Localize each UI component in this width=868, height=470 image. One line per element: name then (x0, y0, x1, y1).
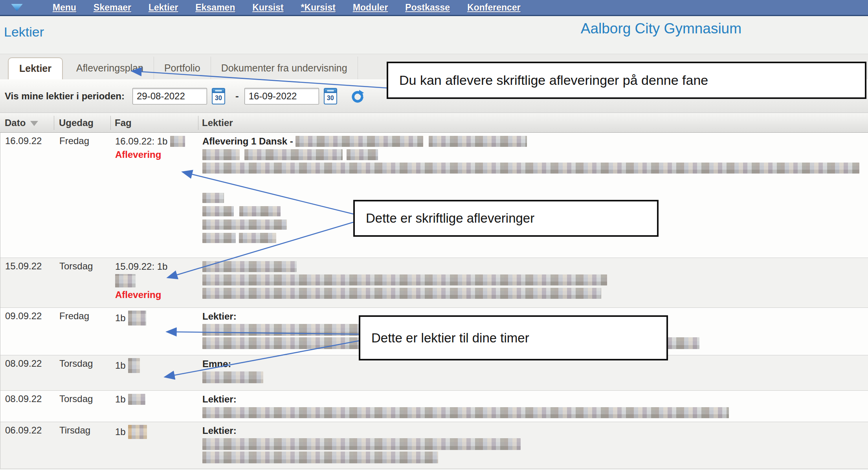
redacted-text (128, 425, 147, 439)
redacted-text (128, 358, 140, 373)
text-line: Lektier: (202, 393, 864, 405)
table-row[interactable]: 16.09.22Fredag16.09.22: 1b AfleveringAfl… (0, 133, 868, 258)
annotation-box-afleveringer-fane: Du kan aflevere skriftlige afleveringer … (387, 62, 866, 99)
annotation-box-lektier-timer: Dette er lektier til dine timer (359, 315, 668, 360)
lektier-page: MenuSkemaerLektierEksamenKursist*Kursist… (0, 0, 868, 470)
cell-ugedag: Tirsdag (59, 425, 90, 436)
nav-item-moduler[interactable]: Moduler (353, 2, 388, 13)
nav-item-konferencer[interactable]: Konferencer (467, 2, 520, 13)
cell-fag: 15.09.22: 1bAflevering (115, 261, 198, 302)
cell-ugedag: Fredag (59, 311, 89, 322)
cell-ugedag: Torsdag (59, 261, 93, 272)
cell-fag: 1b (115, 393, 198, 407)
redacted-text (170, 136, 185, 147)
tab-lektier[interactable]: Lektier (8, 57, 63, 79)
column-header-fag[interactable]: Fag (115, 113, 132, 132)
annotation-box-skriftlige-afleveringer: Dette er skriftlige afleveringer (353, 200, 659, 237)
redacted-text (202, 438, 521, 450)
dropdown-triangle-icon[interactable] (11, 4, 23, 11)
refresh-icon[interactable] (351, 89, 365, 103)
column-separator (110, 116, 111, 130)
column-header-dato[interactable]: Dato (5, 113, 38, 132)
date-to-input[interactable] (244, 88, 319, 104)
cell-text: 1b (115, 394, 128, 405)
nav-item-lektier[interactable]: Lektier (149, 2, 178, 13)
cell-fag: 16.09.22: 1b Aflevering (115, 135, 198, 162)
redacted-text (295, 136, 423, 147)
cell-dato: 06.09.22 (5, 425, 42, 436)
table-row[interactable]: 15.09.22Torsdag15.09.22: 1bAflevering (0, 258, 868, 308)
text-line (115, 274, 198, 287)
text-line: 16.09.22: 1b (115, 135, 198, 147)
cell-fag: 1b (115, 311, 198, 327)
spacer (423, 141, 429, 142)
text-line: Aflevering 1 Dansk - (202, 135, 864, 147)
cell-dato: 15.09.22 (5, 261, 42, 272)
table-row[interactable]: 08.09.22Torsdag1b Emne: (0, 355, 868, 391)
calendar-icon-day: 30 (213, 93, 224, 104)
table-row[interactable]: 06.09.22Tirsdag1b Lektier: (0, 422, 868, 469)
redacted-text (202, 261, 297, 272)
cell-text: Lektier: (202, 425, 237, 436)
redacted-text (202, 149, 240, 160)
text-line (202, 452, 864, 463)
redacted-text (202, 407, 729, 418)
redacted-text (202, 233, 236, 243)
column-separator (198, 116, 198, 130)
text-line: 1b (115, 425, 198, 439)
cell-text: 15.09.22: 1b (115, 261, 167, 272)
nav-item-postkasse[interactable]: Postkasse (405, 2, 450, 13)
redacted-text (202, 452, 438, 463)
date-from-input[interactable] (132, 88, 207, 104)
redacted-text (115, 274, 136, 287)
cell-lektier (202, 261, 864, 301)
nav-item-kursist[interactable]: *Kursist (301, 2, 336, 13)
cell-lektier: Lektier: (202, 393, 864, 420)
sort-desc-icon (30, 121, 38, 126)
text-line (202, 274, 864, 286)
column-header-ugedag[interactable]: Ugedag (59, 113, 94, 132)
cell-dato: 16.09.22 (5, 135, 42, 146)
nav-item-kursist[interactable]: Kursist (252, 2, 283, 13)
cell-dato: 08.09.22 (5, 393, 42, 404)
school-name: Aalborg City Gymnasium (581, 20, 741, 37)
calendar-icon[interactable]: 30 (324, 88, 337, 104)
tab-afleveringsplan[interactable]: Afleveringsplan (66, 57, 154, 79)
aflevering-label: Aflevering (115, 289, 161, 300)
column-separator (54, 116, 54, 130)
cell-text: Lektier: (202, 311, 237, 322)
redacted-text (202, 274, 607, 285)
nav-item-skemaer[interactable]: Skemaer (94, 2, 131, 13)
text-line: Lektier: (202, 425, 864, 437)
text-line (202, 261, 864, 272)
text-line: 1b (115, 393, 198, 405)
cell-fag: 1b (115, 425, 198, 441)
top-nav-bar: MenuSkemaerLektierEksamenKursist*Kursist… (0, 0, 868, 16)
nav-item-eksamen[interactable]: Eksamen (195, 2, 235, 13)
cell-text: 1b (115, 426, 128, 437)
spacer (343, 155, 347, 155)
nav-item-menu[interactable]: Menu (53, 2, 76, 13)
table-body: 16.09.22Fredag16.09.22: 1b AfleveringAfl… (0, 133, 868, 469)
text-line (202, 438, 864, 450)
tab-portfolio[interactable]: Portfolio (154, 57, 211, 79)
calendar-icon[interactable]: 30 (212, 88, 225, 104)
redacted-text (202, 288, 601, 299)
table-row[interactable]: 08.09.22Torsdag1b Lektier: (0, 391, 868, 422)
redacted-text (239, 206, 281, 216)
redacted-text (202, 163, 859, 174)
text-line: 15.09.22: 1b (115, 261, 198, 272)
spacer (240, 155, 244, 155)
column-header-lektier[interactable]: Lektier (202, 113, 233, 132)
redacted-text (202, 219, 287, 230)
text-line (202, 162, 864, 174)
date-range-separator: - (235, 90, 239, 102)
text-line: 1b (115, 358, 198, 373)
cell-lektier: Emne: (202, 358, 864, 385)
redacted-text (128, 311, 146, 326)
redacted-text (244, 149, 343, 160)
tab-dokumenter-fra-undervisning[interactable]: Dokumenter fra undervisning (211, 57, 358, 79)
calendar-icon-day: 30 (325, 93, 336, 104)
cell-text: 1b (115, 313, 128, 324)
redacted-text (429, 136, 527, 147)
